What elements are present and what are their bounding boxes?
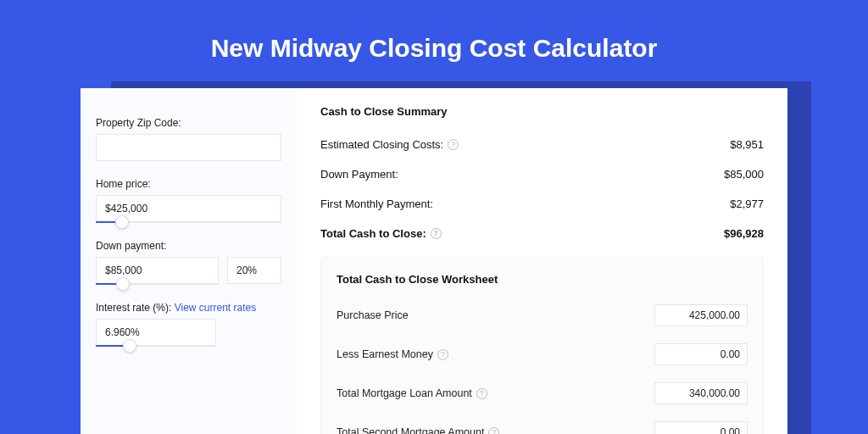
worksheet-row-input[interactable]: [654, 382, 748, 404]
summary-row: Down Payment:$85,000: [320, 159, 764, 189]
summary-row-label: Down Payment:: [320, 168, 398, 181]
page-title: New Midway Closing Cost Calculator: [0, 0, 868, 88]
zip-field: Property Zip Code:: [96, 117, 281, 161]
view-rates-link[interactable]: View current rates: [175, 302, 257, 314]
summary-row-value: $96,928: [724, 227, 764, 240]
interest-rate-label-line: Interest rate (%): View current rates: [96, 302, 281, 314]
help-icon[interactable]: ?: [437, 349, 448, 360]
calculator-wrap: Property Zip Code: Home price: Down paym…: [81, 88, 787, 434]
worksheet-row-label: Total Mortgage Loan Amount?: [337, 387, 487, 399]
worksheet-row: Total Mortgage Loan Amount?: [337, 374, 748, 413]
summary-row-value: $8,951: [730, 138, 764, 151]
interest-rate-input[interactable]: [96, 319, 216, 346]
help-icon[interactable]: ?: [476, 388, 487, 399]
worksheet-row-label-text: Total Second Mortgage Amount: [337, 426, 484, 434]
down-payment-field: Down payment:: [96, 240, 281, 285]
down-payment-slider-thumb[interactable]: [116, 277, 130, 291]
home-price-label: Home price:: [96, 178, 281, 190]
home-price-slider[interactable]: [96, 221, 281, 223]
down-payment-pct-input[interactable]: [227, 257, 281, 284]
worksheet-row-label: Total Second Mortgage Amount?: [337, 426, 499, 434]
help-icon[interactable]: ?: [488, 427, 499, 435]
worksheet-card: Total Cash to Close Worksheet Purchase P…: [320, 257, 764, 434]
worksheet-rows: Purchase PriceLess Earnest Money?Total M…: [337, 296, 748, 434]
summary-row-label-text: Down Payment:: [320, 168, 398, 181]
summary-row-label: Total Cash to Close:?: [320, 227, 442, 240]
summary-rows: Estimated Closing Costs:?$8,951Down Paym…: [320, 130, 764, 248]
help-icon[interactable]: ?: [448, 139, 459, 150]
interest-rate-slider[interactable]: [96, 345, 216, 347]
inputs-panel: Property Zip Code: Home price: Down paym…: [81, 88, 297, 434]
summary-row-value: $85,000: [724, 168, 764, 181]
home-price-field: Home price:: [96, 178, 281, 223]
summary-title: Cash to Close Summary: [320, 105, 764, 118]
summary-row-label: First Monthly Payment:: [320, 198, 433, 210]
interest-rate-field: Interest rate (%): View current rates: [96, 302, 281, 347]
summary-row-label: Estimated Closing Costs:?: [320, 138, 459, 151]
down-payment-label: Down payment:: [96, 240, 281, 252]
help-icon[interactable]: ?: [431, 228, 442, 239]
worksheet-row-input[interactable]: [654, 304, 748, 326]
worksheet-row: Less Earnest Money?: [337, 335, 748, 374]
worksheet-row-label-text: Less Earnest Money: [337, 348, 433, 360]
worksheet-row-input[interactable]: [654, 343, 748, 365]
zip-input[interactable]: [96, 134, 281, 161]
summary-row-label-text: Estimated Closing Costs:: [320, 138, 443, 151]
worksheet-row-input[interactable]: [654, 421, 748, 434]
worksheet-row-label: Purchase Price: [337, 309, 409, 321]
summary-row: Total Cash to Close:?$96,928: [320, 219, 764, 248]
summary-row-value: $2,977: [730, 198, 764, 210]
summary-row: Estimated Closing Costs:?$8,951: [320, 130, 764, 159]
worksheet-row: Purchase Price: [337, 296, 748, 335]
calculator-card: Property Zip Code: Home price: Down paym…: [81, 88, 787, 434]
interest-rate-label: Interest rate (%):: [96, 302, 171, 314]
summary-row-label-text: Total Cash to Close:: [320, 227, 426, 240]
down-payment-slider[interactable]: [96, 283, 219, 285]
worksheet-row: Total Second Mortgage Amount?: [337, 413, 748, 434]
summary-row: First Monthly Payment:$2,977: [320, 189, 764, 219]
worksheet-row-label-text: Purchase Price: [337, 309, 409, 321]
worksheet-row-label: Less Earnest Money?: [337, 348, 448, 360]
down-payment-input[interactable]: [96, 257, 219, 284]
results-panel: Cash to Close Summary Estimated Closing …: [297, 88, 787, 434]
worksheet-title: Total Cash to Close Worksheet: [337, 273, 748, 286]
interest-rate-slider-thumb[interactable]: [123, 339, 136, 353]
worksheet-row-label-text: Total Mortgage Loan Amount: [337, 387, 472, 399]
home-price-slider-thumb[interactable]: [115, 215, 129, 229]
zip-label: Property Zip Code:: [96, 117, 281, 129]
summary-row-label-text: First Monthly Payment:: [320, 198, 433, 210]
